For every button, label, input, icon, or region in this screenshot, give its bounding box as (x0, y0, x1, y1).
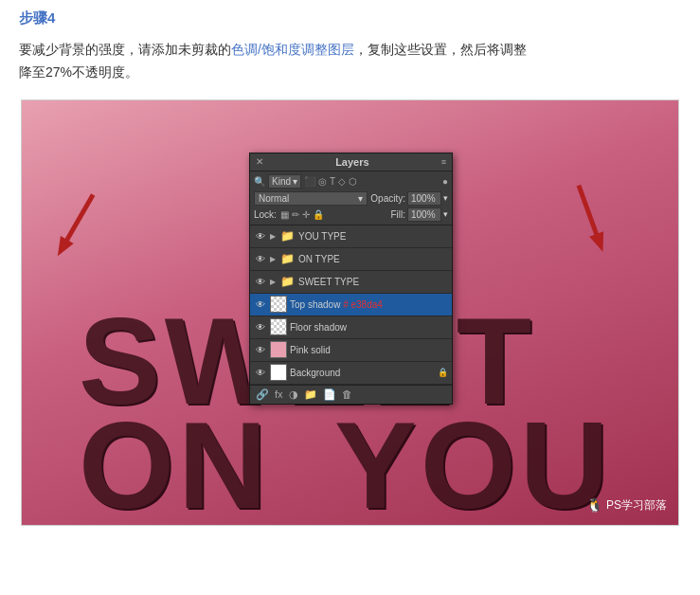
fill-chevron: ▾ (443, 209, 448, 219)
opacity-value[interactable]: 100% (407, 191, 441, 206)
layer-color-tag: # e38da4 (343, 299, 383, 310)
folder-icon: 📁 (280, 252, 295, 265)
visibility-icon[interactable]: 👁 (254, 252, 267, 265)
layer-row[interactable]: 👁 Pink solid (250, 339, 452, 362)
expand-arrow[interactable]: ▶ (270, 278, 276, 286)
layer-folder-thumb: 📁 (278, 229, 296, 243)
layer-row[interactable]: 👁 Top shadow # e38da4 (250, 294, 452, 316)
lock-row: Lock: ▦ ✏ ✛ 🔒 Fill: 100% ▾ (254, 207, 448, 222)
layer-name: Top shadow # e38da4 (290, 299, 448, 310)
layer-thumb (270, 296, 287, 313)
blend-mode-dropdown[interactable]: Normal ▾ (254, 191, 368, 206)
layer-name: ON TYPE (298, 254, 448, 264)
svg-marker-1 (51, 236, 74, 260)
layer-row[interactable]: 👁 ▶ 📁 YOU TYPE (250, 225, 452, 248)
lock-all-icon[interactable]: 🔒 (313, 209, 324, 220)
layer-name: Floor shadow (290, 322, 448, 333)
delete-icon[interactable]: 🗑 (342, 388, 352, 400)
layers-panel: ✕ Layers ≡ 🔍 Kind ▾ ⬛ ◎ (249, 153, 453, 405)
opacity-label: Opacity: (370, 193, 405, 204)
layer-folder-thumb: 📁 (278, 275, 296, 288)
expand-arrow[interactable]: ▶ (270, 232, 276, 241)
layer-thumb (270, 364, 287, 381)
visibility-icon[interactable]: 👁 (254, 366, 267, 379)
layer-name: YOU TYPE (298, 231, 448, 242)
lock-brush-icon[interactable]: ✏ (292, 209, 299, 220)
panel-controls: 🔍 Kind ▾ ⬛ ◎ T ◇ ⬡ ● (250, 171, 452, 225)
fill-value[interactable]: 100% (407, 207, 441, 222)
opacity-chevron: ▾ (443, 193, 448, 203)
watermark-icon: 🐧 (586, 497, 602, 513)
visibility-icon[interactable]: 👁 (254, 275, 267, 288)
panel-header: ✕ Layers ≡ (250, 153, 452, 171)
lock-icons: ▦ ✏ ✛ 🔒 (280, 209, 324, 220)
fill-label: Fill: (390, 209, 405, 220)
layer-folder-thumb: 📁 (278, 252, 296, 265)
lock-pixels-icon[interactable]: ▦ (280, 209, 289, 220)
layer-lock-icon: 🔒 (438, 368, 448, 377)
canvas-area: SWEET ON YOU ✕ Layers ≡ 🔍 Kind ▾ (21, 99, 679, 526)
panel-expand-icon[interactable]: ≡ (441, 157, 446, 167)
folder-icon: 📁 (280, 229, 295, 243)
layer-row[interactable]: 👁 Floor shadow (250, 316, 452, 339)
layer-thumb (270, 318, 287, 335)
panel-title: Layers (335, 156, 368, 168)
svg-marker-5 (589, 231, 610, 254)
layer-row[interactable]: 👁 Background 🔒 (250, 362, 452, 385)
bg-text-on: ON (79, 394, 271, 526)
blend-chevron: ▾ (358, 193, 363, 204)
description: 要减少背景的强度，请添加未剪裁的色调/饱和度调整图层，复制这些设置，然后将调整降… (19, 39, 681, 84)
filter-shape-icon[interactable]: ◇ (338, 176, 346, 187)
link-icon[interactable]: 🔗 (256, 388, 269, 401)
footer-icons: 🔗 fx ◑ 📁 📄 🗑 (256, 388, 352, 401)
adjustment-icon[interactable]: ◑ (289, 388, 298, 401)
svg-line-4 (579, 185, 598, 238)
layer-thumb (270, 341, 287, 358)
panel-close-icon[interactable]: ✕ (256, 156, 263, 167)
filter-smart-icon[interactable]: ⬡ (349, 176, 357, 187)
visibility-icon[interactable]: 👁 (254, 343, 267, 356)
bg-text-you: YOU (334, 394, 613, 526)
expand-arrow[interactable]: ▶ (270, 255, 276, 263)
layer-row[interactable]: 👁 ▶ 📁 SWEET TYPE (250, 271, 452, 294)
new-layer-icon[interactable]: 📄 (323, 388, 336, 401)
panel-header-icons: ≡ (441, 157, 446, 167)
blend-mode-label: Normal (259, 193, 289, 204)
lock-label: Lock: (254, 209, 277, 220)
layer-name: SWEET TYPE (298, 277, 448, 287)
visibility-icon[interactable]: 👁 (254, 320, 267, 334)
search-icon: 🔍 (254, 176, 265, 187)
search-row: 🔍 Kind ▾ ⬛ ◎ T ◇ ⬡ ● (254, 174, 448, 189)
watermark: 🐧 PS学习部落 (586, 497, 667, 514)
filter-pixel-icon[interactable]: ⬛ (304, 176, 315, 187)
visibility-icon[interactable]: 👁 (254, 229, 267, 243)
layer-row[interactable]: 👁 ▶ 📁 ON TYPE (250, 248, 452, 271)
kind-chevron: ▾ (293, 176, 297, 187)
layer-name: Pink solid (290, 345, 448, 355)
kind-dropdown[interactable]: Kind ▾ (268, 174, 301, 189)
folder-icon: 📁 (280, 275, 295, 288)
desc-blue-1: 色调/饱和度调整图层 (231, 42, 354, 57)
lock-move-icon[interactable]: ✛ (302, 209, 310, 220)
blend-row: Normal ▾ Opacity: 100% ▾ (254, 191, 448, 206)
layer-name: Background (290, 368, 435, 378)
opacity-control: Opacity: 100% ▾ (370, 191, 448, 206)
panel-footer: 🔗 fx ◑ 📁 📄 🗑 (250, 385, 452, 404)
visibility-icon[interactable]: 👁 (254, 298, 267, 311)
page-container: 步骤4 要减少背景的强度，请添加未剪裁的色调/饱和度调整图层，复制这些设置，然后… (0, 0, 700, 535)
layers-list: 👁 ▶ 📁 YOU TYPE 👁 ▶ 📁 ON TYPE (250, 225, 452, 385)
svg-line-0 (64, 194, 93, 243)
new-group-icon[interactable]: 📁 (304, 388, 317, 401)
filter-type-icon[interactable]: T (330, 176, 335, 187)
filter-icons: ⬛ ◎ T ◇ ⬡ (304, 176, 357, 187)
kind-label: Kind (272, 176, 291, 187)
watermark-text: PS学习部落 (606, 497, 667, 514)
filter-toggle[interactable]: ● (442, 176, 448, 187)
filter-adjust-icon[interactable]: ◎ (318, 176, 327, 187)
step-title: 步骤4 (19, 9, 681, 27)
fx-icon[interactable]: fx (275, 388, 283, 400)
fill-control: Fill: 100% ▾ (390, 207, 448, 222)
